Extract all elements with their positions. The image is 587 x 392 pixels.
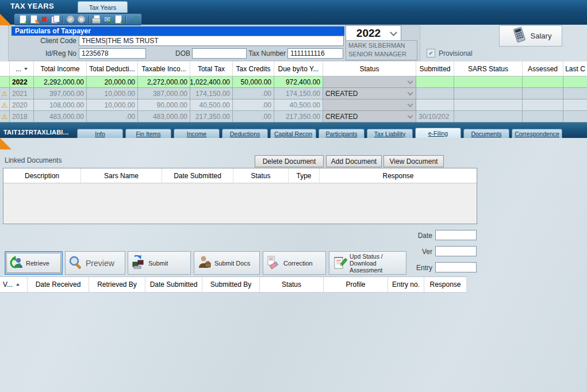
history-header-profile[interactable]: Profile bbox=[324, 277, 388, 292]
assessed-cell bbox=[523, 76, 563, 88]
year-dropdown[interactable]: 2022 bbox=[346, 25, 401, 41]
download-sort-icon[interactable]: ↓ bbox=[128, 14, 139, 24]
tab-participants[interactable]: Participants bbox=[319, 129, 365, 138]
doc-header-status[interactable]: Status bbox=[233, 168, 289, 183]
years-grid-header-row: ... Total Income Total Deducti... Taxabl… bbox=[0, 62, 587, 76]
tab-income[interactable]: Income bbox=[174, 129, 220, 138]
doc-header-sars-name[interactable]: Sars Name bbox=[81, 168, 162, 183]
delete-document-button[interactable]: Delete Document bbox=[255, 155, 324, 167]
year-row-2021[interactable]: ⚠ 2021 397,000.00 10,000.00 387,000.00 1… bbox=[0, 88, 587, 99]
header-submitted[interactable]: Submitted bbox=[416, 62, 454, 76]
copy-record-icon[interactable] bbox=[50, 14, 61, 24]
view-document-button[interactable]: View Document bbox=[383, 155, 444, 167]
preparer-name: MARK SILBERMAN bbox=[348, 41, 415, 50]
edit-record-icon[interactable]: ✎ bbox=[28, 14, 39, 24]
status-dropdown[interactable]: CREATED bbox=[323, 111, 416, 122]
taxable-income-cell: 90,000.00 bbox=[138, 99, 190, 111]
header-sars-status[interactable]: SARS Status bbox=[454, 62, 523, 76]
add-document-button[interactable]: Add Document bbox=[326, 155, 382, 167]
total-income-cell: 108,000.00 bbox=[34, 99, 87, 111]
retrieve-button[interactable]: Retrieve bbox=[5, 251, 63, 275]
ver-field[interactable] bbox=[435, 246, 477, 256]
taxable-income-cell: 2,272,000.00 bbox=[138, 76, 190, 88]
tab-e-filing[interactable]: e-Filing bbox=[415, 128, 461, 138]
tab-documents[interactable]: Documents bbox=[463, 129, 509, 138]
tax-credits-cell: 50,000.00 bbox=[233, 76, 274, 88]
tax-credits-cell: .00 bbox=[233, 99, 274, 111]
doc-header-description[interactable]: Description bbox=[3, 168, 81, 183]
header-year-filter[interactable]: ... bbox=[10, 62, 34, 76]
year-cell: 2018 bbox=[10, 111, 34, 122]
history-header-entry-no[interactable]: Entry no. bbox=[388, 277, 424, 292]
submit-docs-button-label: Submit Docs bbox=[214, 260, 250, 267]
tab-tax-years[interactable]: Tax Years bbox=[78, 1, 128, 13]
history-header-status[interactable]: Status bbox=[260, 277, 324, 292]
header-status[interactable]: Status bbox=[323, 62, 416, 76]
chevron-down-icon bbox=[390, 29, 397, 36]
client-code-field[interactable] bbox=[79, 36, 344, 46]
tab-tax-liability[interactable]: Tax Liability bbox=[367, 129, 413, 138]
doc-header-date-submitted[interactable]: Date Submitted bbox=[162, 168, 233, 183]
total-deductions-cell: 20,000.00 bbox=[87, 76, 138, 88]
entry-field[interactable] bbox=[435, 262, 477, 272]
preparer-role: SENIOR MANAGER bbox=[348, 50, 415, 59]
delete-record-icon[interactable]: ✖ bbox=[39, 14, 50, 24]
tab-deductions[interactable]: Deductions bbox=[222, 129, 268, 138]
history-header-date-submitted[interactable]: Date Submitted bbox=[145, 277, 202, 292]
new-record-icon[interactable]: + bbox=[17, 14, 28, 24]
salary-button[interactable]: Salary bbox=[499, 25, 562, 47]
history-header-version[interactable]: V... bbox=[0, 277, 28, 292]
status-dropdown[interactable]: CREATED bbox=[323, 88, 416, 99]
tab-capital-recon[interactable]: Capital Recon bbox=[270, 129, 316, 138]
header-last-changed[interactable]: Last C bbox=[563, 62, 587, 76]
last-changed-cell bbox=[563, 99, 587, 111]
provisional-checkbox[interactable]: ✔ Provisional bbox=[427, 49, 473, 57]
status-dropdown[interactable] bbox=[323, 76, 416, 88]
submit-button[interactable]: Submit bbox=[128, 251, 191, 275]
toolbar-separator bbox=[89, 16, 89, 24]
year-cell: 2022 bbox=[10, 76, 34, 88]
doc-header-response[interactable]: Response bbox=[320, 168, 477, 183]
upd-status-download-assessment-button[interactable]: Upd Status / Download Assessment bbox=[329, 251, 406, 275]
history-header-date-received[interactable]: Date Received bbox=[28, 277, 89, 292]
submit-docs-button[interactable]: Submit Docs bbox=[194, 251, 260, 275]
tax-number-field[interactable] bbox=[287, 48, 343, 59]
header-due[interactable]: Due by/to Y... bbox=[274, 62, 323, 76]
year-row-2018[interactable]: ⚠ 2018 483,000.00 .00 483,000.00 217,350… bbox=[0, 111, 587, 122]
header-total-tax[interactable]: Total Tax bbox=[190, 62, 233, 76]
doc-header-type[interactable]: Type bbox=[289, 168, 320, 183]
correction-button[interactable]: Correction bbox=[263, 251, 326, 275]
history-header-retrieved-by[interactable]: Retrieved By bbox=[89, 277, 145, 292]
status-value: CREATED bbox=[325, 90, 358, 98]
header-tax-credits[interactable]: Tax Credits bbox=[233, 62, 274, 76]
tab-info[interactable]: Info bbox=[77, 129, 123, 138]
cancel-icon[interactable]: ✖ bbox=[76, 14, 87, 24]
send-document-icon[interactable]: ↩ bbox=[113, 14, 124, 24]
email-sync-icon[interactable]: ✉↻ bbox=[102, 14, 113, 24]
submitted-cell bbox=[416, 76, 454, 88]
linked-documents-label: Linked Documents bbox=[5, 156, 62, 164]
warning-icon: ⚠ bbox=[2, 90, 8, 97]
total-tax-cell: 1,022,400.00 bbox=[190, 76, 233, 88]
status-dropdown[interactable] bbox=[323, 99, 416, 111]
upd-status-button-label: Upd Status / Download Assessment bbox=[350, 253, 403, 274]
print-icon[interactable] bbox=[91, 14, 102, 24]
id-reg-field[interactable] bbox=[79, 48, 146, 59]
history-header-submitted-by[interactable]: Submitted By bbox=[202, 277, 260, 292]
tab-correspondence[interactable]: Correspondence bbox=[512, 129, 562, 138]
preview-button[interactable]: Preview bbox=[65, 251, 125, 275]
header-total-income[interactable]: Total Income bbox=[34, 62, 87, 76]
header-total-deductions[interactable]: Total Deducti... bbox=[87, 62, 138, 76]
year-row-2022[interactable]: 2022 2,292,000.00 20,000.00 2,272,000.00… bbox=[0, 76, 587, 88]
header-assessed[interactable]: Assessed bbox=[523, 62, 563, 76]
date-field[interactable] bbox=[435, 230, 477, 240]
header-taxable-income[interactable]: Taxable Inco... bbox=[138, 62, 190, 76]
tax-years-window: TAX YEARS Tax Years + ✎ ✖ ✔ ✖ ✉↻ ↩ ↓ Par… bbox=[0, 0, 587, 392]
history-header-response[interactable]: Response bbox=[424, 277, 467, 292]
year-row-2020[interactable]: ⚠ 2020 108,000.00 10,000.00 90,000.00 40… bbox=[0, 99, 587, 111]
accept-icon[interactable]: ✔ bbox=[65, 14, 76, 24]
total-deductions-cell: 10,000.00 bbox=[87, 99, 138, 111]
ver-label: Ver bbox=[402, 248, 432, 256]
tab-fin-items[interactable]: Fin Items bbox=[125, 129, 171, 138]
row-indicator-warning: ⚠ bbox=[0, 99, 10, 111]
